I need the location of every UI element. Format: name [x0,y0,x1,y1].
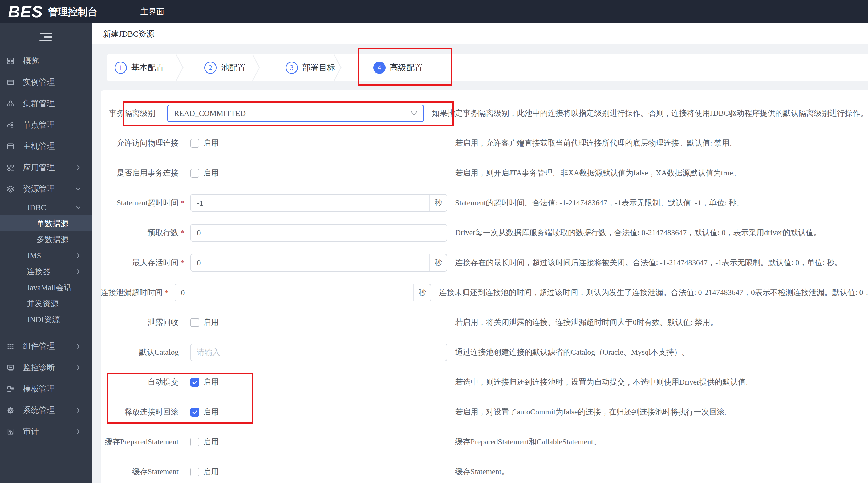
sidebar-item-instances[interactable]: 实例管理 [0,72,92,93]
enable-transaction-connection-checkbox[interactable] [190,169,199,178]
input-unit-suffix: 秒 [430,195,446,211]
field-label-text: 预取行数 [148,227,179,238]
sidebar-item-connectors[interactable]: 连接器 [0,263,92,280]
rollback-on-release-checkbox[interactable] [190,408,199,417]
bes-logo-subtitle: 管理控制台 [48,7,97,17]
chevron-down-icon [74,204,82,211]
sidebar-item-label: 实例管理 [23,77,55,88]
stepper-step-1[interactable]: 1基本配置 [115,54,164,81]
field-label-text: 默认Catalog [139,347,179,358]
tab-main-view[interactable]: 主界面 [141,0,164,24]
field-description-cache-prepared-statement: 缓存PreparedStatement和CallableStatement。 [455,436,868,447]
statement-timeout-input[interactable]: -1秒 [190,194,447,212]
auto-commit-checkbox[interactable] [190,378,199,387]
sidebar-item-clusters[interactable]: 集群管理 [0,93,92,114]
sidebar-item-jms[interactable]: JMS [0,248,92,263]
checkbox-label: 启用 [203,436,219,447]
field-description-enable-transaction-connection: 若启用，则开启JTA事务管理。非XA数据源默认值为false，XA数据源默认值为… [455,168,868,178]
stepper-step-3[interactable]: 3部署目标 [286,54,335,81]
field-label-allow-physical-connection: 允许访问物理连接 [101,138,186,148]
sidebar-item-overview[interactable]: 概览 [0,50,92,72]
form-row-connection-leak-timeout: 连接泄漏超时时间*0秒连接未归还到连接池的时间，超过该时间，则认为发生了连接泄漏… [101,278,868,308]
field-label-text: 最大存活时间 [132,257,179,268]
sidebar-item-single-datasource[interactable]: 单数据源 [0,216,92,231]
sidebar-item-label: JDBC [27,203,46,212]
bes-logo: BES 管理控制台 [8,0,97,24]
sidebar-item-templates[interactable]: 模板管理 [0,378,92,400]
step-number-badge: 4 [373,62,385,74]
chevron-right-icon [74,364,82,371]
sidebar-item-resources[interactable]: 资源管理 [0,178,92,199]
content-header: 新建JDBC资源 [92,24,868,44]
field-description-default-catalog: 通过连接池创建连接的默认缺省的Catalog（Oracle、Mysql不支持）。 [455,347,868,358]
required-asterisk: * [179,258,186,267]
field-control-default-catalog: 请输入 [190,343,447,361]
chevron-right-icon [74,164,82,171]
sidebar-item-label: JMS [27,251,41,260]
sidebar-item-monitoring[interactable]: 监控诊断 [0,357,92,378]
step-number-badge: 2 [204,62,217,74]
sidebar-item-label: 并发资源 [27,298,59,309]
sidebar-collapse-icon[interactable] [0,24,92,50]
form-row-prefetch-rows: 预取行数*0Driver每一次从数据库服务端读取的数据行数，合法值: 0-214… [101,218,868,248]
sidebar-item-applications[interactable]: 应用管理 [0,157,92,178]
sidebar-item-label: 主机管理 [23,141,55,152]
sidebar-item-concurrent[interactable]: 并发资源 [0,295,92,312]
checkbox-label: 启用 [203,317,219,328]
cache-statement-checkbox[interactable] [190,467,199,476]
step-label: 高级配置 [390,62,423,73]
app-icon [7,164,14,171]
sidebar-item-audit[interactable]: 审计 [0,421,92,442]
field-label-text: 泄露回收 [148,317,179,328]
sidebar-item-multi-datasource[interactable]: 多数据源 [0,231,92,248]
field-label-text: 缓存Statement [132,466,179,477]
leak-reclaim-checkbox[interactable] [190,318,199,327]
host-icon [7,143,14,150]
sidebar-item-jdbc[interactable]: JDBC [0,199,92,216]
sidebar-item-jndi[interactable]: JNDI资源 [0,312,92,328]
checkbox-label: 启用 [203,377,219,388]
cache-prepared-statement-checkbox[interactable] [190,438,199,447]
field-label-rollback-on-release: 释放连接时回滚 [101,407,186,417]
field-control-cache-statement: 启用 [190,466,447,477]
monitor-icon [7,364,14,371]
sidebar-item-javamail[interactable]: JavaMail会话 [0,280,92,295]
field-label-max-lifetime: 最大存活时间* [101,257,186,268]
sidebar-item-label: 审计 [23,426,39,437]
sidebar-item-label: 连接器 [27,266,51,277]
sidebar-item-hosts[interactable]: 主机管理 [0,136,92,157]
wizard-stepper: 1基本配置2池配置3部署目标4高级配置 [107,54,868,81]
field-description-allow-physical-connection: 若启用，允许客户端直接获取当前代理连接所代理的底层物理连接。默认值: 禁用。 [455,138,868,148]
stepper-step-2[interactable]: 2池配置 [204,54,246,81]
form-row-rollback-on-release: 释放连接时回滚启用若启用，对设置了autoCommit为false的连接，在归还… [101,397,868,427]
max-lifetime-input[interactable]: 0秒 [190,254,447,272]
field-label-cache-prepared-statement: 缓存PreparedStatement [101,436,186,447]
input-value: 0 [191,258,430,267]
field-control-max-lifetime: 0秒 [190,254,447,272]
input-value: 0 [191,229,446,237]
stepper-step-4[interactable]: 4高级配置 [373,54,423,81]
chevron-right-icon [74,407,82,414]
sidebar-item-components[interactable]: 组件管理 [0,336,92,357]
component-icon [7,343,14,350]
prefetch-rows-input[interactable]: 0 [190,224,447,242]
connection-leak-timeout-input[interactable]: 0秒 [175,284,431,302]
chevron-right-icon [74,268,82,275]
step-label: 基本配置 [131,62,164,73]
chevron-down-icon [411,111,417,115]
field-label-prefetch-rows: 预取行数* [101,227,186,238]
txn-isolation-select[interactable]: READ_COMMITTED [167,105,424,122]
sidebar-item-system[interactable]: 系统管理 [0,400,92,421]
sidebar-item-label: 模板管理 [23,383,55,394]
field-label-cache-statement: 缓存Statement [101,466,186,477]
node-icon [7,121,14,129]
step-separator-chevron [252,54,261,81]
default-catalog-input[interactable]: 请输入 [190,343,447,361]
step-label: 部署目标 [302,62,335,73]
audit-icon [7,428,14,435]
allow-physical-connection-checkbox[interactable] [190,139,199,148]
field-control-rollback-on-release: 启用 [190,407,447,417]
sidebar-item-nodes[interactable]: 节点管理 [0,114,92,136]
step-label: 池配置 [221,62,246,73]
field-control-statement-timeout: -1秒 [190,194,447,212]
